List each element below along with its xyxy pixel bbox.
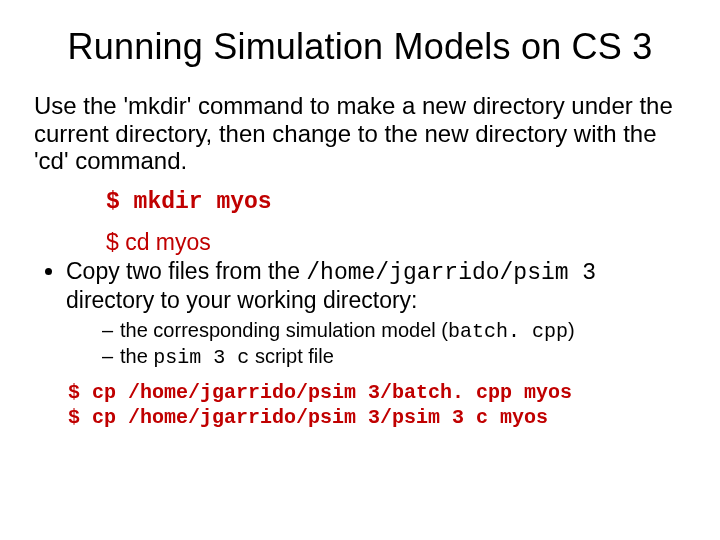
cmd-cp-1: $ cp /home/jgarrido/psim 3/batch. cpp my… (68, 380, 686, 405)
cmd-mkdir: $ mkdir myos (106, 189, 686, 215)
sub1-suffix: ) (568, 319, 575, 341)
middle-commands: $ mkdir myos $ cd myos (106, 189, 686, 256)
sub-bullet-list: the corresponding simulation model (batc… (102, 318, 686, 370)
bullet-list: Copy two files from the /home/jgarrido/p… (66, 258, 686, 370)
cmd-cd: $ cd myos (106, 229, 686, 256)
sub1-prefix: the corresponding simulation model ( (120, 319, 448, 341)
sub-bullet-model: the corresponding simulation model (batc… (102, 318, 686, 344)
sub-bullet-script: the psim 3 c script file (102, 344, 686, 370)
final-commands: $ cp /home/jgarrido/psim 3/batch. cpp my… (68, 380, 686, 430)
slide-title: Running Simulation Models on CS 3 (34, 26, 686, 68)
sub1-mono: batch. cpp (448, 320, 568, 343)
bullet-text-prefix: Copy two files from the (66, 258, 306, 284)
sub2-prefix: the (120, 345, 153, 367)
slide: Running Simulation Models on CS 3 Use th… (0, 0, 720, 430)
bullet-copy-files: Copy two files from the /home/jgarrido/p… (66, 258, 686, 370)
sub2-suffix: script file (249, 345, 333, 367)
bullet-text-suffix: directory to your working directory: (66, 287, 418, 313)
sub2-mono: psim 3 c (153, 346, 249, 369)
bullet-path: /home/jgarrido/psim 3 (306, 260, 596, 286)
cmd-cp-2: $ cp /home/jgarrido/psim 3/psim 3 c myos (68, 405, 686, 430)
intro-paragraph: Use the 'mkdir' command to make a new di… (34, 92, 686, 175)
